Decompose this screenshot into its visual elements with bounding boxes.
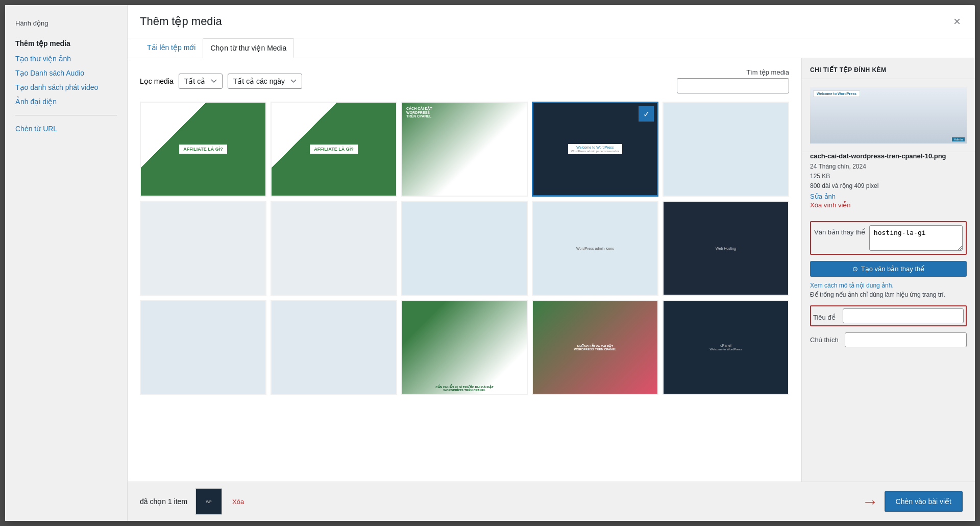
media-thumb-10[interactable]: Web Hosting <box>663 201 789 296</box>
title-input[interactable]: hosting-la-gi <box>843 308 964 323</box>
media-thumb-11[interactable] <box>140 300 266 395</box>
title-field-container: Tiêu đề hosting-la-gi <box>810 305 967 326</box>
selected-count: đã chọn 1 item <box>140 497 187 506</box>
insert-button[interactable]: Chèn vào bài viết <box>885 491 963 512</box>
sidebar-item-url[interactable]: Chèn từ URL <box>5 122 127 136</box>
filter-type-select[interactable]: Tất cả <box>179 74 223 89</box>
details-panel: CHI TIẾT TỆP ĐÍNH KÈM Welcome to WordPre… <box>801 58 975 482</box>
media-thumb-4[interactable]: Welcome to WordPressWordPress admin pane… <box>532 102 658 197</box>
caption-label: Chú thích <box>810 336 841 344</box>
media-thumb-15[interactable]: cPanelWelcome to WordPress <box>663 300 789 395</box>
bottom-bar: đã chọn 1 item WP Xóa → Chèn vào bài viế… <box>128 482 975 521</box>
search-input[interactable] <box>677 78 789 93</box>
tabs-row: Tải lên tệp mới Chọn từ thư viện Media <box>128 38 975 58</box>
close-button[interactable]: × <box>951 13 963 30</box>
details-panel-header: CHI TIẾT TỆP ĐÍNH KÈM <box>802 58 975 79</box>
sidebar-item-avatar[interactable]: Ảnh đại diện <box>5 94 127 109</box>
ai-button-label: Tạo văn bản thay thế <box>861 265 924 273</box>
media-thumb-5[interactable] <box>663 102 789 197</box>
selected-checkmark: ✓ <box>639 106 654 122</box>
search-label: Tìm tệp media <box>746 68 789 76</box>
details-form: Văn bản thay thế hosting-la-gi ⊙ Tạo văn… <box>802 215 975 360</box>
alt-text-label: Văn bản thay thế <box>814 225 865 236</box>
media-thumb-12[interactable] <box>271 300 397 395</box>
file-dimensions: 800 dài và rộng 409 pixel <box>810 181 967 191</box>
caption-field-row: Chú thích <box>810 332 967 347</box>
sidebar-item-audio[interactable]: Tạo Danh sách Audio <box>5 66 127 80</box>
media-thumb-9[interactable]: WordPress admin icons <box>532 201 658 296</box>
description-text: Xem cách mô tả nội dung ảnh. Để trống nế… <box>810 281 967 299</box>
file-info: cach-cai-dat-wordpress-tren-cpanel-10.pn… <box>802 152 975 215</box>
alt-text-field-container: Văn bản thay thế hosting-la-gi <box>810 221 967 255</box>
delete-image-link[interactable]: Xóa vĩnh viễn <box>810 201 967 209</box>
title-label: Tiêu đề <box>813 310 839 321</box>
filter-date-select[interactable]: Tất cả các ngày <box>228 74 302 89</box>
media-thumb-7[interactable] <box>271 201 397 296</box>
description-link[interactable]: Xem cách mô tả nội dung ảnh. <box>810 282 894 289</box>
main-area: Thêm tệp media × Tải lên tệp mới Chọn từ… <box>128 5 975 521</box>
media-thumb-6[interactable] <box>140 201 266 296</box>
media-thumb-3[interactable]: CÁCH CÀI ĐẶTWORDPRESSTRÊN CPANEL <box>401 102 528 197</box>
delete-selected-link[interactable]: Xóa <box>232 498 244 506</box>
search-right: Tìm tệp media <box>677 68 789 93</box>
alt-text-row: Văn bản thay thế hosting-la-gi <box>814 225 963 251</box>
media-area: Lọc media Tất cả Tất cả các ngày Tìm tệp… <box>128 58 801 482</box>
filter-search-row: Lọc media Tất cả Tất cả các ngày Tìm tệp… <box>140 68 789 93</box>
alt-text-input[interactable]: hosting-la-gi <box>869 225 963 251</box>
media-grid: AFFILIATE LÀ GÌ? AFFILIATE LÀ GÌ? CÁCH C… <box>140 102 789 395</box>
tab-upload[interactable]: Tải lên tệp mới <box>140 38 203 58</box>
media-thumb-8[interactable] <box>401 201 528 296</box>
sidebar-header: Hành động <box>5 15 127 35</box>
media-thumb-13[interactable]: CẦN CHUẨN BỊ GÌ TRƯỚC KHI CÀI ĐẶTWORDPRE… <box>401 300 528 395</box>
ai-generate-button[interactable]: ⊙ Tạo văn bản thay thế <box>810 261 967 277</box>
sidebar-item-gallery[interactable]: Tạo thư viện ảnh <box>5 52 127 66</box>
file-size: 125 KB <box>810 172 967 181</box>
preview-image: Welcome to WordPress Admin <box>810 87 967 144</box>
sidebar-item-video[interactable]: Tạo danh sách phát video <box>5 80 127 94</box>
filter-label: Lọc media <box>140 77 174 85</box>
selected-thumbnail: WP <box>195 488 222 515</box>
modal-title: Thêm tệp media <box>140 15 222 28</box>
description-sub: Để trống nếu ảnh chỉ dùng làm hiệu ứng t… <box>810 291 945 298</box>
sidebar-active-item: Thêm tệp media <box>5 35 127 52</box>
insert-area: → Chèn vào bài viết <box>862 491 963 512</box>
caption-input[interactable] <box>845 332 967 347</box>
file-name: cach-cai-dat-wordpress-tren-cpanel-10.pn… <box>810 152 967 160</box>
tab-library[interactable]: Chọn từ thư viện Media <box>203 38 294 58</box>
details-preview: Welcome to WordPress Admin <box>802 79 975 152</box>
arrow-indicator: → <box>862 492 878 511</box>
media-thumb-1[interactable]: AFFILIATE LÀ GÌ? <box>140 102 266 197</box>
file-date: 24 Tháng chín, 2024 <box>810 162 967 172</box>
edit-image-link[interactable]: Sửa ảnh <box>810 193 967 200</box>
ai-icon: ⊙ <box>852 265 858 273</box>
filter-left: Lọc media Tất cả Tất cả các ngày <box>140 74 302 89</box>
media-thumb-2[interactable]: AFFILIATE LÀ GÌ? <box>271 102 397 197</box>
sidebar: Hành động Thêm tệp media Tạo thư viện ản… <box>5 5 128 521</box>
content-area: Lọc media Tất cả Tất cả các ngày Tìm tệp… <box>128 58 975 482</box>
sidebar-divider <box>15 115 117 115</box>
media-thumb-14[interactable]: NHỮNG LỖI VÀ CÀI ĐẶTWORDPRESS TRÊN CPANE… <box>532 300 658 395</box>
modal-header: Thêm tệp media × <box>128 5 975 38</box>
